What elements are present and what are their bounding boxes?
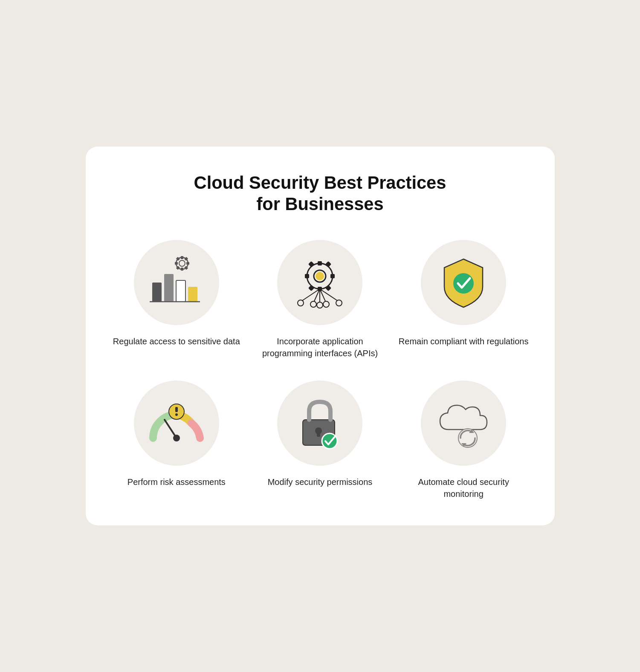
svg-rect-44 xyxy=(317,431,320,437)
item-perform-risk: Perform risk assessments xyxy=(111,381,242,500)
svg-rect-40 xyxy=(175,407,178,412)
perform-risk-label: Perform risk assessments xyxy=(127,476,226,488)
risk-gauge-icon xyxy=(147,398,206,449)
remain-compliant-label: Remain compliant with regulations xyxy=(399,335,529,347)
shield-check-icon xyxy=(440,257,487,308)
svg-point-33 xyxy=(317,302,323,308)
svg-rect-10 xyxy=(175,262,178,265)
remain-compliant-icon-circle xyxy=(421,240,506,325)
svg-point-6 xyxy=(179,260,185,266)
main-card: Cloud Security Best Practices for Busine… xyxy=(86,147,555,526)
item-automate-monitoring: Automate cloud security monitoring xyxy=(398,381,529,500)
svg-point-32 xyxy=(310,301,316,307)
svg-point-25 xyxy=(316,272,324,280)
perform-risk-icon-circle xyxy=(134,381,219,466)
svg-point-36 xyxy=(453,273,474,294)
svg-rect-8 xyxy=(181,268,183,271)
items-grid: Regulate access to sensitive data xyxy=(111,240,529,500)
cloud-refresh-icon xyxy=(436,398,491,449)
incorporate-apis-label: Incorporate application programming inte… xyxy=(255,335,385,359)
bar-chart-gear-icon xyxy=(149,259,204,306)
svg-rect-2 xyxy=(176,280,185,302)
modify-permissions-label: Modify security permissions xyxy=(268,476,373,488)
item-regulate-access: Regulate access to sensitive data xyxy=(111,240,242,359)
page-title: Cloud Security Best Practices for Busine… xyxy=(111,172,529,215)
regulate-access-icon-circle xyxy=(134,240,219,325)
automate-monitoring-label: Automate cloud security monitoring xyxy=(398,476,529,500)
modify-permissions-icon-circle xyxy=(277,381,362,466)
regulate-access-label: Regulate access to sensitive data xyxy=(113,335,240,347)
svg-point-34 xyxy=(323,301,329,307)
svg-rect-7 xyxy=(181,256,183,259)
lock-check-icon xyxy=(296,398,343,449)
svg-rect-17 xyxy=(318,261,322,265)
svg-rect-0 xyxy=(152,283,162,302)
automate-monitoring-icon-circle xyxy=(421,381,506,466)
api-network-icon xyxy=(292,257,348,308)
svg-rect-19 xyxy=(330,274,335,278)
item-incorporate-apis: Incorporate application programming inte… xyxy=(255,240,385,359)
svg-rect-3 xyxy=(188,287,197,302)
svg-point-45 xyxy=(322,433,337,449)
svg-point-35 xyxy=(336,300,342,306)
svg-point-38 xyxy=(173,435,180,441)
svg-point-41 xyxy=(175,413,178,416)
item-modify-permissions: Modify security permissions xyxy=(255,381,385,500)
svg-rect-9 xyxy=(186,262,189,265)
item-remain-compliant: Remain compliant with regulations xyxy=(398,240,529,359)
svg-rect-20 xyxy=(305,274,309,278)
svg-point-31 xyxy=(298,300,304,306)
incorporate-apis-icon-circle xyxy=(277,240,362,325)
svg-rect-1 xyxy=(164,274,174,302)
